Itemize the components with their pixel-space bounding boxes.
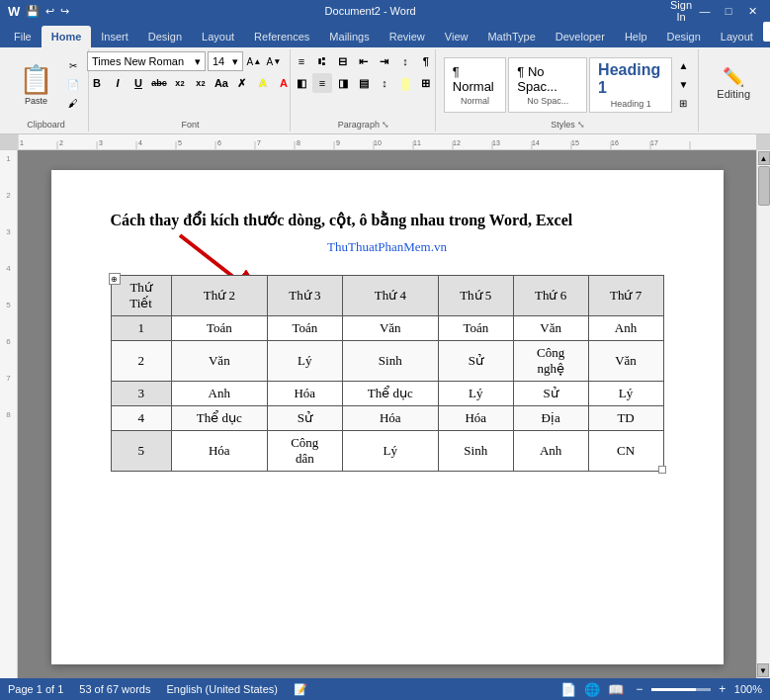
cell-row3-col1: Thể dục — [171, 406, 267, 431]
justify-button[interactable]: ▤ — [354, 73, 374, 93]
document-title: Cách thay đổi kích thước dòng, cột, ô bằ… — [111, 210, 664, 231]
quick-access-undo[interactable]: ↩ — [45, 5, 54, 18]
zoom-slider[interactable] — [651, 688, 711, 691]
styles-scroll-up[interactable]: ▲ — [674, 57, 692, 75]
tab-layout[interactable]: Layout — [192, 26, 244, 47]
borders-button[interactable]: ⊞ — [416, 73, 436, 93]
view-read-icon[interactable]: 📖 — [608, 682, 624, 697]
align-right-button[interactable]: ◨ — [333, 73, 353, 93]
bold-button[interactable]: B — [87, 73, 107, 93]
zoom-in-button[interactable]: + — [715, 681, 730, 697]
title-bar-left: W 💾 ↩ ↪ — [8, 4, 69, 19]
italic-button[interactable]: I — [108, 73, 128, 93]
title-bar-controls: Sign In — □ ✕ — [671, 3, 762, 19]
strikethrough-button[interactable]: abc — [149, 73, 169, 93]
tab-table-layout[interactable]: Layout — [711, 26, 763, 47]
tab-view[interactable]: View — [435, 26, 478, 47]
sort-button[interactable]: ↕ — [395, 51, 415, 71]
cell-row4-col2: Côngdân — [267, 431, 342, 472]
format-painter-button[interactable]: 🖌 — [64, 95, 82, 113]
scroll-up-button[interactable]: ▲ — [758, 151, 770, 165]
scroll-down-button[interactable]: ▼ — [757, 663, 769, 677]
style-no-spacing[interactable]: ¶ No Spac... No Spac... — [508, 57, 587, 113]
table-resize-handle[interactable] — [658, 466, 666, 474]
title-bar: W 💾 ↩ ↪ Document2 - Word Sign In — □ ✕ — [0, 0, 770, 22]
cell-row1-col0: 2 — [111, 341, 171, 382]
font-name-row: Times New Roman ▾ 14 ▾ A▲ A▼ — [87, 51, 294, 71]
view-web-icon[interactable]: 🌐 — [584, 682, 600, 697]
bullets-button[interactable]: ≡ — [292, 51, 311, 71]
tab-design[interactable]: Design — [138, 26, 192, 47]
svg-text:17: 17 — [650, 139, 658, 146]
main-area: 12345678 Cách thay đổi kích thước dòng, … — [0, 150, 770, 678]
maximize-button[interactable]: □ — [719, 3, 738, 19]
svg-text:10: 10 — [374, 139, 382, 146]
styles-dialog-icon[interactable]: ⤡ — [577, 120, 585, 130]
superscript-button[interactable]: x2 — [191, 73, 211, 93]
copy-button[interactable]: 📄 — [64, 76, 82, 94]
zoom-out-button[interactable]: − — [632, 681, 647, 697]
align-center-button[interactable]: ≡ — [312, 73, 332, 93]
scroll-thumb[interactable] — [758, 166, 770, 206]
cell-row4-col3: Lý — [342, 431, 438, 472]
zoom-slider-fill — [651, 688, 696, 691]
decrease-font-button[interactable]: A▼ — [265, 52, 283, 70]
document-area[interactable]: Cách thay đổi kích thước dòng, cột, ô bằ… — [18, 150, 756, 678]
styles-scroll-down[interactable]: ▼ — [674, 76, 692, 94]
highlight-button[interactable]: A — [253, 73, 273, 93]
tab-help[interactable]: Help — [615, 26, 657, 47]
change-case-button[interactable]: Aa — [212, 73, 231, 93]
style-normal[interactable]: ¶ Normal Normal — [444, 57, 506, 113]
tab-references[interactable]: References — [244, 26, 319, 47]
editing-text: Editing — [717, 88, 750, 100]
editing-section: ✏️ Editing — [701, 49, 766, 131]
tab-home[interactable]: Home — [42, 26, 92, 47]
styles-label: Styles ⤡ — [551, 118, 585, 130]
tab-table-design[interactable]: Design — [657, 26, 711, 47]
shading-button[interactable]: ▓ — [395, 73, 415, 93]
multilevel-button[interactable]: ⊟ — [333, 51, 353, 71]
cell-row2-col5: Sử — [513, 382, 588, 406]
table-handle[interactable]: ⊕ — [109, 273, 121, 285]
paragraph-dialog-icon[interactable]: ⤡ — [382, 120, 389, 130]
increase-font-button[interactable]: A▲ — [245, 52, 263, 70]
close-button[interactable]: ✕ — [742, 3, 762, 19]
cut-button[interactable]: ✂ — [64, 57, 82, 75]
quick-access-redo[interactable]: ↪ — [60, 5, 69, 18]
tab-mailings[interactable]: Mailings — [319, 26, 379, 47]
sign-in-button[interactable]: Sign In — [671, 3, 691, 19]
increase-indent-button[interactable]: ⇥ — [375, 51, 394, 71]
cell-row2-col6: Lý — [588, 382, 663, 406]
tab-mathtype[interactable]: MathType — [477, 26, 545, 47]
show-para-button[interactable]: ¶ — [416, 51, 436, 71]
styles-more[interactable]: ⊞ — [674, 95, 692, 113]
minimize-button[interactable]: — — [695, 3, 715, 19]
tab-developer[interactable]: Developer — [546, 26, 615, 47]
clear-format-button[interactable]: ✗ — [232, 73, 252, 93]
spell-check-icon[interactable]: 📝 — [294, 683, 307, 696]
paste-button[interactable]: 📋 Paste — [10, 55, 62, 115]
line-spacing-button[interactable]: ↕ — [375, 73, 394, 93]
font-name-value: Times New Roman — [92, 55, 184, 67]
font-size-combo[interactable]: 14 ▾ — [208, 51, 243, 71]
underline-button[interactable]: U — [128, 73, 148, 93]
tab-review[interactable]: Review — [380, 26, 435, 47]
font-name-combo[interactable]: Times New Roman ▾ — [87, 51, 206, 71]
style-heading1[interactable]: Heading 1 Heading 1 — [589, 57, 672, 113]
styles-gallery: ¶ Normal Normal ¶ No Spac... No Spac... … — [444, 55, 693, 115]
paragraph-row1: ≡ ⑆ ⊟ ⇤ ⇥ ↕ ¶ — [292, 51, 436, 71]
tab-file[interactable]: File — [4, 26, 42, 47]
app-title: Document2 - Word — [69, 5, 671, 17]
view-print-icon[interactable]: 📄 — [560, 682, 576, 697]
tab-insert[interactable]: Insert — [91, 26, 138, 47]
svg-text:5: 5 — [178, 139, 182, 146]
language-info: English (United States) — [166, 683, 278, 695]
decrease-indent-button[interactable]: ⇤ — [354, 51, 374, 71]
paste-icon: 📋 — [19, 63, 53, 96]
align-left-button[interactable]: ◧ — [292, 73, 311, 93]
status-right: 📄 🌐 📖 − + 100% — [560, 681, 762, 697]
vertical-scrollbar[interactable]: ▲ ▼ — [756, 150, 770, 678]
numbering-button[interactable]: ⑆ — [312, 51, 332, 71]
subscript-button[interactable]: x2 — [170, 73, 190, 93]
quick-access-save[interactable]: 💾 — [26, 5, 40, 18]
